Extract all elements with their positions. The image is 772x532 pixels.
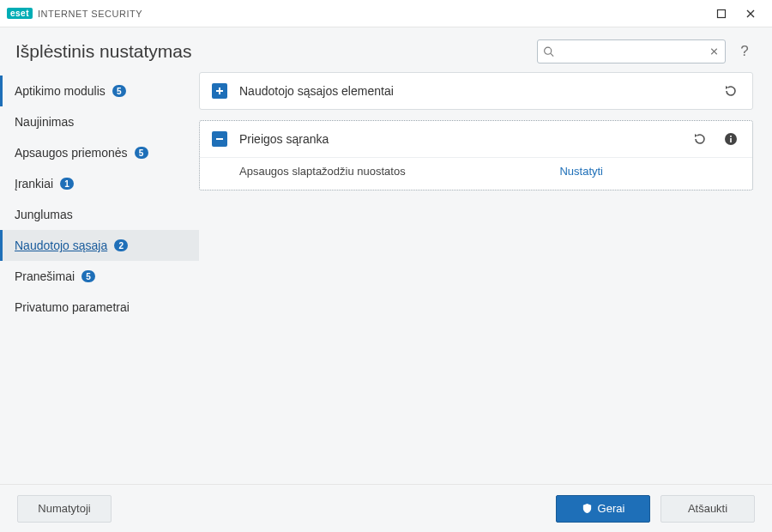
- default-button[interactable]: Numatytoji: [17, 495, 112, 523]
- sidebar-item-protections[interactable]: Apsaugos priemonės 5: [0, 137, 199, 168]
- reset-button[interactable]: [721, 82, 740, 100]
- sidebar-item-label: Apsaugos priemonės: [15, 146, 128, 160]
- sidebar-item-privacy[interactable]: Privatumo parametrai: [0, 292, 199, 323]
- reset-button[interactable]: [691, 130, 709, 148]
- panel-title: Naudotojo sąsajos elementai: [239, 84, 709, 98]
- search-icon: [543, 45, 554, 57]
- sidebar-item-connectivity[interactable]: Junglumas: [0, 199, 199, 230]
- shield-icon: [582, 503, 593, 514]
- footer: Numatytoji Gerai Atšaukti: [0, 484, 772, 532]
- sidebar-item-tools[interactable]: Įrankiai 1: [0, 168, 199, 199]
- sidebar-item-badge: 1: [60, 178, 74, 190]
- sidebar: Aptikimo modulis 5 Naujinimas Apsaugos p…: [0, 72, 199, 323]
- setting-row: Apsaugos slaptažodžiu nuostatos Nustatyt…: [239, 165, 740, 178]
- sidebar-item-label: Pranešimai: [15, 269, 75, 283]
- info-icon: [724, 132, 738, 146]
- sidebar-item-label: Naujinimas: [15, 115, 74, 129]
- sidebar-item-label: Naudotojo sąsaja: [15, 239, 107, 252]
- search-input[interactable]: [559, 45, 703, 58]
- page-header: Išplėstinis nustatymas ?: [0, 27, 772, 72]
- page-title: Išplėstinis nustatymas: [15, 41, 537, 62]
- cancel-button[interactable]: Atšaukti: [660, 495, 755, 523]
- sidebar-item-label: Privatumo parametrai: [15, 300, 130, 314]
- info-button[interactable]: [721, 130, 740, 148]
- product-name: INTERNET SECURITY: [38, 9, 142, 19]
- button-label: Numatytoji: [38, 502, 90, 515]
- sidebar-item-label: Junglumas: [15, 208, 73, 221]
- panel-title: Prieigos sąranka: [239, 132, 679, 146]
- button-label: Gerai: [598, 502, 625, 515]
- sidebar-item-detection[interactable]: Aptikimo modulis 5: [0, 76, 199, 106]
- sidebar-item-badge: 5: [81, 270, 95, 282]
- window-close-button[interactable]: [736, 0, 765, 27]
- button-label: Atšaukti: [688, 502, 727, 515]
- panel-header[interactable]: Prieigos sąranka: [200, 121, 752, 157]
- setting-action-link[interactable]: Nustatyti: [559, 165, 603, 178]
- setting-label: Apsaugos slaptažodžiu nuostatos: [239, 165, 559, 178]
- panel-header[interactable]: Naudotojo sąsajos elementai: [200, 73, 752, 109]
- sidebar-item-label: Įrankiai: [15, 177, 53, 190]
- undo-icon: [724, 84, 738, 98]
- svg-rect-4: [730, 136, 732, 137]
- sidebar-item-badge: 2: [114, 239, 128, 251]
- undo-icon: [693, 132, 707, 146]
- maximize-icon: [716, 9, 727, 19]
- sidebar-item-notifications[interactable]: Pranešimai 5: [0, 261, 199, 292]
- brand-badge: eset: [7, 8, 33, 19]
- sidebar-item-label: Aptikimo modulis: [15, 84, 106, 98]
- clear-icon[interactable]: [709, 45, 720, 57]
- window-maximize-button[interactable]: [707, 0, 736, 27]
- close-icon: [745, 9, 756, 19]
- collapse-icon[interactable]: [212, 131, 227, 147]
- brand-logo: eset INTERNET SECURITY: [7, 8, 142, 19]
- sidebar-item-ui[interactable]: Naudotojo sąsaja 2: [0, 230, 199, 261]
- svg-rect-0: [718, 9, 726, 17]
- panel-body: Apsaugos slaptažodžiu nuostatos Nustatyt…: [200, 157, 752, 190]
- expand-icon[interactable]: [212, 83, 227, 99]
- panel-ui-elements: Naudotojo sąsajos elementai: [199, 72, 753, 110]
- titlebar: eset INTERNET SECURITY: [0, 0, 772, 27]
- panel-access-setup: Prieigos sąranka Apsaugos slaptažodžiu n…: [199, 120, 753, 190]
- ok-button[interactable]: Gerai: [556, 495, 650, 523]
- sidebar-item-badge: 5: [112, 85, 126, 97]
- help-button[interactable]: ?: [733, 39, 757, 63]
- sidebar-item-badge: 5: [135, 147, 148, 159]
- svg-point-1: [545, 47, 552, 54]
- svg-rect-3: [730, 138, 732, 142]
- sidebar-item-update[interactable]: Naujinimas: [0, 106, 199, 137]
- search-box[interactable]: [537, 39, 726, 63]
